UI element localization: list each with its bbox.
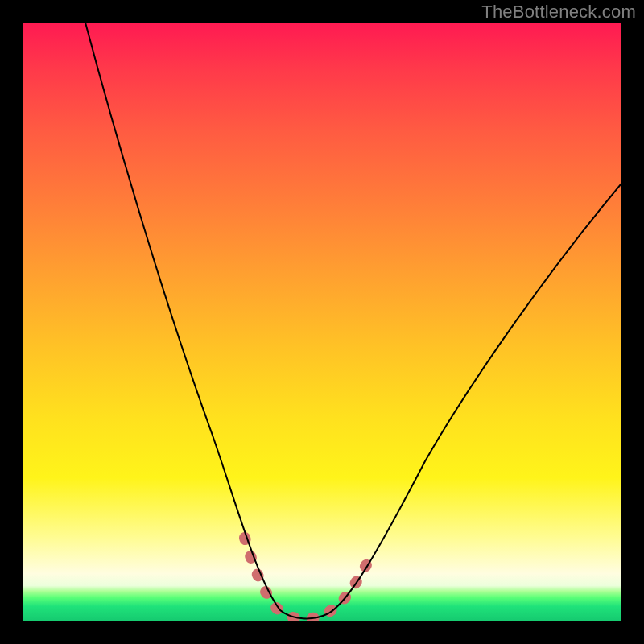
plot-area bbox=[23, 23, 621, 621]
curve-layer bbox=[23, 23, 621, 621]
bottleneck-curve-path bbox=[85, 23, 621, 618]
watermark-text: TheBottleneck.com bbox=[481, 2, 636, 23]
chart-frame: TheBottleneck.com bbox=[0, 0, 644, 644]
